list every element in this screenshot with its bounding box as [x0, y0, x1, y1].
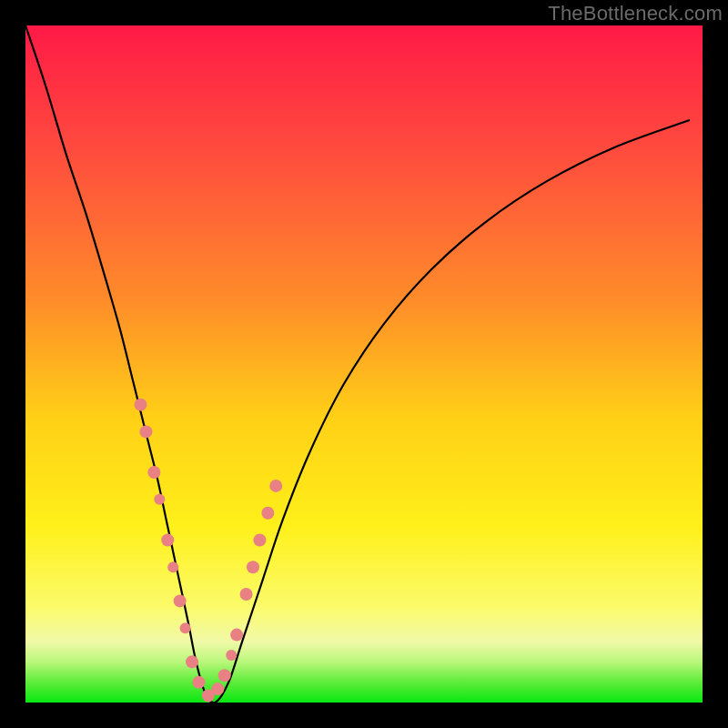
- highlight-dot: [253, 533, 266, 546]
- highlight-dot: [174, 594, 187, 607]
- highlight-dot: [211, 682, 224, 695]
- watermark-text: TheBottleneck.com: [548, 2, 723, 25]
- highlight-dot: [139, 425, 152, 438]
- plot-area: [25, 25, 703, 703]
- highlight-dot: [167, 561, 178, 572]
- highlight-dot: [226, 650, 237, 661]
- highlight-dot: [180, 622, 191, 633]
- highlight-dots: [134, 399, 282, 703]
- highlight-dot: [269, 480, 282, 492]
- highlight-dot: [247, 561, 259, 573]
- chart-svg: [25, 25, 703, 703]
- highlight-dot: [192, 676, 205, 689]
- highlight-dot: [218, 669, 231, 682]
- highlight-dot: [261, 507, 274, 520]
- chart-frame: TheBottleneck.com: [0, 0, 728, 728]
- bottleneck-curve: [25, 25, 689, 703]
- highlight-dot: [147, 466, 160, 479]
- highlight-dot: [240, 588, 253, 601]
- highlight-dot: [161, 533, 174, 546]
- highlight-dot: [186, 655, 198, 668]
- highlight-dot: [134, 399, 147, 411]
- highlight-dot: [154, 494, 165, 505]
- highlight-dot: [230, 629, 243, 642]
